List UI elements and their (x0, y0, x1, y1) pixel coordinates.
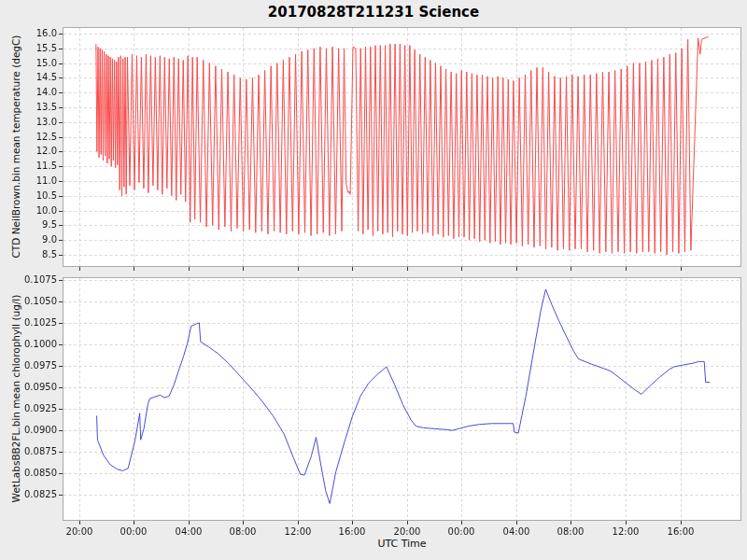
x-tick-mark (298, 267, 299, 271)
temperature-plot-area (63, 27, 741, 267)
x-tick-label: 08:00 (218, 526, 268, 537)
x-tick-label: 04:00 (491, 526, 542, 537)
x-tick-label: 12:00 (273, 526, 323, 537)
x-axis-label: UTC Time (63, 538, 740, 550)
x-tick-label: 08:00 (545, 526, 596, 537)
x-tick-label: 20:00 (54, 526, 105, 537)
x-tick-mark (352, 267, 353, 271)
x-tick-label: 20:00 (382, 526, 432, 537)
science-plots-figure: 20170828T211231 Science CTD NeilBrown.bi… (0, 0, 747, 560)
x-tick-mark (189, 267, 190, 271)
x-tick-mark (516, 521, 517, 525)
x-tick-label: 12:00 (600, 526, 651, 537)
x-tick-mark (189, 521, 190, 525)
x-tick-mark (626, 521, 627, 525)
x-tick-mark (407, 521, 408, 525)
x-tick-mark (79, 267, 80, 271)
x-tick-mark (681, 267, 682, 271)
x-tick-mark (352, 521, 353, 525)
x-tick-mark (407, 267, 408, 271)
x-tick-label: 16:00 (655, 526, 706, 537)
x-tick-mark (571, 521, 571, 525)
temperature-y-axis-label: CTD NeilBrown.bin mean temperature (degC… (9, 25, 22, 268)
x-tick-mark (461, 267, 462, 271)
chlorophyll-plot-canvas (63, 278, 740, 520)
x-tick-mark (243, 267, 244, 271)
x-tick-mark (516, 267, 517, 271)
x-tick-mark (571, 267, 571, 271)
x-tick-label: 00:00 (436, 526, 486, 537)
x-tick-mark (79, 521, 80, 525)
x-tick-mark (626, 267, 627, 271)
x-tick-label: 00:00 (108, 526, 159, 537)
x-tick-mark (298, 521, 299, 525)
temperature-plot-canvas (63, 28, 740, 266)
x-tick-mark (681, 521, 682, 525)
chlorophyll-plot-area (63, 277, 741, 521)
chlorophyll-y-axis-label: WetLabsBB2FL.bin mean chlorophyll (ug/l) (9, 277, 22, 520)
x-tick-mark (134, 521, 134, 525)
x-tick-label: 04:00 (163, 526, 214, 537)
figure-title: 20170828T211231 Science (0, 4, 747, 21)
x-tick-mark (134, 267, 134, 271)
x-tick-mark (243, 521, 244, 525)
x-tick-label: 16:00 (327, 526, 377, 537)
x-tick-mark (461, 521, 462, 525)
